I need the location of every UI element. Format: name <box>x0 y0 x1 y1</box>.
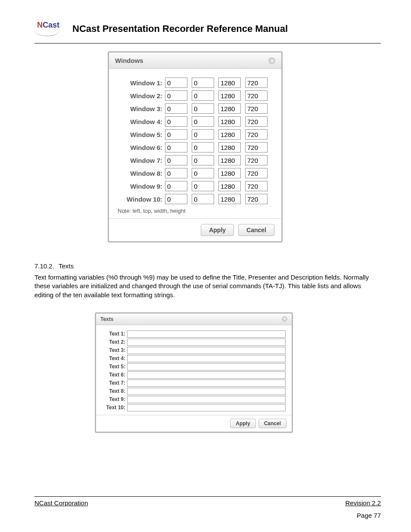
window-width-input[interactable] <box>218 116 241 127</box>
text-row-label: Text 5: <box>102 364 127 370</box>
page-number: Page 77 <box>34 512 381 519</box>
text-row-label: Text 3: <box>102 347 127 353</box>
footer-right: Revision 2.2 <box>345 499 381 507</box>
window-top-input[interactable] <box>192 90 214 101</box>
text-row: Text 7: <box>102 380 286 387</box>
window-left-input[interactable] <box>165 194 187 204</box>
window-height-input[interactable] <box>245 78 268 88</box>
text-input[interactable] <box>127 355 286 362</box>
window-row: Window 10: <box>118 194 273 204</box>
window-top-input[interactable] <box>192 168 214 178</box>
texts-dialog: Texts ✕ Text 1:Text 2:Text 3:Text 4:Text… <box>95 312 293 433</box>
window-top-input[interactable] <box>192 103 214 114</box>
window-top-input[interactable] <box>192 116 214 127</box>
window-top-input[interactable] <box>192 194 214 204</box>
window-row: Window 9: <box>118 181 273 191</box>
windows-dialog-title: Windows <box>115 57 143 64</box>
window-left-input[interactable] <box>165 129 187 140</box>
text-row-label: Text 7: <box>102 380 127 386</box>
text-row: Text 9: <box>102 396 286 403</box>
window-height-input[interactable] <box>245 194 268 204</box>
window-width-input[interactable] <box>218 142 241 152</box>
text-input[interactable] <box>127 347 286 354</box>
window-top-input[interactable] <box>192 142 214 152</box>
window-height-input[interactable] <box>245 181 268 191</box>
text-row-label: Text 2: <box>102 339 127 345</box>
document-title: NCast Presentation Recorder Reference Ma… <box>72 23 288 34</box>
window-left-input[interactable] <box>165 90 187 101</box>
window-top-input[interactable] <box>192 129 214 140</box>
section-number: 7.10.2. <box>34 262 59 270</box>
text-row: Text 4: <box>102 355 286 362</box>
window-row: Window 3: <box>118 103 273 114</box>
window-row: Window 5: <box>118 129 273 140</box>
window-width-input[interactable] <box>218 129 241 140</box>
window-width-input[interactable] <box>218 78 241 88</box>
window-height-input[interactable] <box>245 103 268 114</box>
window-left-input[interactable] <box>165 142 187 152</box>
window-height-input[interactable] <box>245 90 268 101</box>
window-row-label: Window 5: <box>118 131 165 138</box>
cancel-button[interactable]: Cancel <box>258 419 286 428</box>
text-row: Text 2: <box>102 339 286 346</box>
apply-button[interactable]: Apply <box>201 224 234 236</box>
window-width-input[interactable] <box>218 168 241 178</box>
text-row-label: Text 8: <box>102 388 127 394</box>
text-input[interactable] <box>127 396 286 403</box>
window-width-input[interactable] <box>218 181 241 191</box>
window-left-input[interactable] <box>165 116 187 127</box>
window-row-label: Window 7: <box>118 157 165 164</box>
window-width-input[interactable] <box>218 90 241 101</box>
cancel-button[interactable]: Cancel <box>238 224 274 236</box>
text-row-label: Text 6: <box>102 372 127 378</box>
window-left-input[interactable] <box>165 181 187 191</box>
window-height-input[interactable] <box>245 116 268 127</box>
text-input[interactable] <box>127 404 286 411</box>
text-input[interactable] <box>127 380 286 387</box>
text-input[interactable] <box>127 388 286 395</box>
window-left-input[interactable] <box>165 155 187 165</box>
windows-note: Note: left, top, width, height <box>118 208 273 214</box>
text-row: Text 1: <box>102 330 286 338</box>
window-width-input[interactable] <box>218 103 241 114</box>
window-row: Window 4: <box>118 116 273 127</box>
window-height-input[interactable] <box>245 142 268 152</box>
window-height-input[interactable] <box>245 155 268 165</box>
window-row-label: Window 3: <box>118 105 165 112</box>
window-width-input[interactable] <box>218 155 241 165</box>
window-row: Window 2: <box>118 90 273 101</box>
text-input[interactable] <box>127 363 286 370</box>
ncast-logo: NCast <box>34 21 60 37</box>
windows-dialog: Windows ✕ Window 1:Window 2:Window 3:Win… <box>108 51 283 243</box>
text-row: Text 6: <box>102 371 286 379</box>
text-input[interactable] <box>127 371 286 379</box>
window-height-input[interactable] <box>245 129 268 140</box>
window-row-label: Window 9: <box>118 183 165 190</box>
close-icon[interactable]: ✕ <box>268 57 275 64</box>
window-left-input[interactable] <box>165 103 187 114</box>
page-footer: NCast Corporation Revision 2.2 Page 77 <box>34 496 381 519</box>
window-row-label: Window 8: <box>118 170 165 177</box>
window-row-label: Window 6: <box>118 144 165 151</box>
window-row-label: Window 1: <box>118 79 165 87</box>
text-row: Text 10: <box>102 404 286 411</box>
window-top-input[interactable] <box>192 155 214 165</box>
text-input[interactable] <box>127 339 286 346</box>
window-top-input[interactable] <box>192 181 214 191</box>
window-width-input[interactable] <box>218 194 241 204</box>
window-left-input[interactable] <box>165 78 187 88</box>
window-height-input[interactable] <box>245 168 268 178</box>
window-top-input[interactable] <box>192 78 214 88</box>
window-row: Window 6: <box>118 142 273 152</box>
text-input[interactable] <box>127 330 286 338</box>
apply-button[interactable]: Apply <box>230 419 255 428</box>
text-row-label: Text 1: <box>102 331 127 337</box>
window-row-label: Window 10: <box>118 196 165 203</box>
close-icon[interactable]: ✕ <box>282 316 287 322</box>
window-row: Window 7: <box>118 155 273 165</box>
text-row: Text 8: <box>102 388 286 395</box>
footer-left: NCast Corporation <box>34 499 88 507</box>
section-heading: 7.10.2.Texts <box>34 262 381 270</box>
header-rule <box>34 43 381 44</box>
window-left-input[interactable] <box>165 168 187 178</box>
